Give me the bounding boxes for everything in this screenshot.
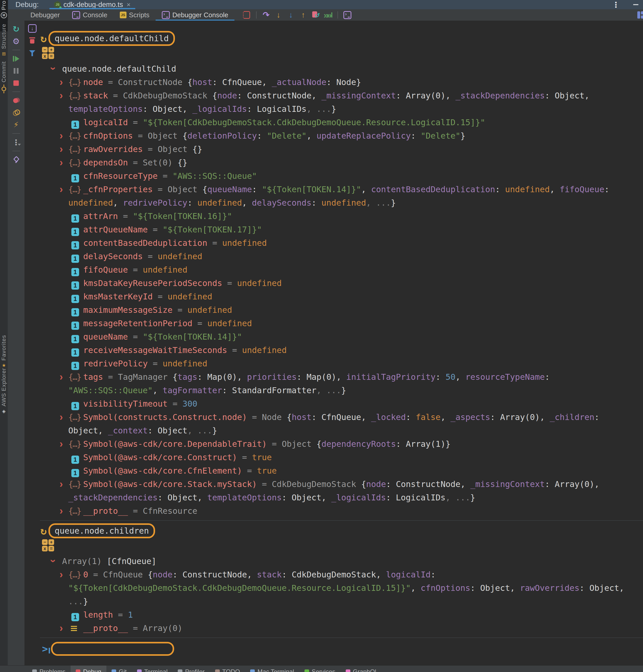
tree-row[interactable]: 1visibilityTimeout = 300: [40, 397, 643, 410]
filter-icon[interactable]: [27, 48, 37, 58]
tree-row[interactable]: ›{…}Symbol(@aws-cdk/core.Stack.myStack) …: [40, 478, 643, 504]
console-input[interactable]: [51, 642, 174, 656]
tree-row[interactable]: 1logicalId = "${Token[CdkDebugDemoStack.…: [40, 116, 643, 129]
expand-chevron-icon[interactable]: ›: [60, 622, 63, 634]
execution-frame-icon[interactable]: [241, 10, 252, 20]
layout-settings-icon[interactable]: [637, 11, 643, 19]
expand-chevron-icon[interactable]: ›: [60, 183, 63, 195]
tree-row[interactable]: 1fifoQueue = undefined: [40, 263, 643, 276]
pause-icon[interactable]: [11, 67, 22, 75]
evaluated-expression[interactable]: queue.node.defaultChild: [48, 31, 175, 46]
expand-chevron-icon[interactable]: ›: [60, 568, 63, 581]
tree-row[interactable]: 1messageRetentionPeriod = undefined: [40, 317, 643, 330]
statusbar-item-terminal[interactable]: Terminal: [132, 665, 173, 672]
step-into-icon[interactable]: ↓: [273, 10, 284, 20]
tab-console[interactable]: › Console: [66, 9, 113, 21]
tree-row[interactable]: 1length = 1: [40, 608, 643, 622]
tab-debugger[interactable]: Debugger: [24, 9, 66, 21]
tree-row[interactable]: 1queueName = "${Token[TOKEN.14]}": [40, 330, 643, 344]
tree-row[interactable]: ›{…}rawOverrides = Object {}: [40, 143, 643, 156]
tree-row[interactable]: ›{…}Symbol(@aws-cdk/core.DependableTrait…: [40, 437, 643, 451]
statusbar-item-git[interactable]: Git: [106, 665, 132, 672]
evaluate-icon[interactable]: ⚡: [11, 120, 22, 129]
expand-chevron-icon[interactable]: ›: [60, 89, 63, 102]
tree-row[interactable]: ›{…}Symbol(constructs.Construct.node) = …: [40, 410, 643, 437]
mute-breakpoints-icon[interactable]: [11, 108, 22, 117]
tree-row[interactable]: 1cfnResourceType = "AWS::SQS::Queue": [40, 169, 643, 183]
statusbar-item-profiler[interactable]: Profiler: [173, 665, 210, 672]
hide-window-icon[interactable]: [633, 4, 638, 5]
rerun-icon[interactable]: ↻: [11, 25, 22, 34]
tree-row[interactable]: 1kmsMasterKeyId = undefined: [40, 290, 643, 303]
force-step-into-icon[interactable]: ↓: [286, 10, 296, 20]
expand-chevron-icon[interactable]: ›: [60, 437, 63, 450]
statusbar-item-services[interactable]: Services: [299, 665, 341, 672]
drop-frame-icon[interactable]: ↺: [310, 10, 321, 20]
statusbar-item-todo[interactable]: TODO: [210, 665, 245, 672]
value-segment: :: [411, 131, 421, 141]
sidebar-item-structure[interactable]: Structure ⊞: [0, 24, 8, 57]
stop-icon[interactable]: [11, 79, 22, 87]
pin-icon[interactable]: [11, 155, 22, 164]
clear-icon[interactable]: [27, 36, 37, 45]
sidebar-item-commit[interactable]: Commit: [0, 61, 8, 93]
tree-root-row[interactable]: ›Array(1) [CfnQueue]: [40, 554, 643, 568]
tree-row[interactable]: ›{…}0 = CfnQueue {node: ConstructNode, s…: [40, 568, 643, 608]
settings-icon[interactable]: ⚙: [11, 37, 22, 46]
collapse-chevron-icon[interactable]: ›: [47, 559, 60, 563]
tree-row[interactable]: ›{…}tags = TagManager {tags: Map(0), pri…: [40, 370, 643, 397]
tree-row[interactable]: ›{…}_cfnProperties = Object {queueName: …: [40, 183, 643, 209]
tree-row[interactable]: 1attrQueueName = "${Token[TOKEN.17]}": [40, 223, 643, 236]
view-breakpoints-icon[interactable]: [11, 96, 22, 105]
tab-debugger-console[interactable]: › Debugger Console: [156, 9, 234, 21]
primitive-icon: 1: [68, 397, 83, 410]
tab-scripts[interactable]: JS Scripts: [113, 9, 156, 21]
expand-chevron-icon[interactable]: ›: [60, 478, 63, 490]
tree-row[interactable]: 1Symbol(@aws-cdk/core.Construct) = true: [40, 451, 643, 464]
statusbar-item-graphql[interactable]: GraphQl: [341, 665, 381, 672]
tree-row[interactable]: 1attrArn = "${Token[TOKEN.16]}": [40, 209, 643, 223]
sidebar-item-aws-explorer[interactable]: AWS Explorer ◈: [0, 368, 8, 414]
tree-row[interactable]: 1Symbol(@aws-cdk/core.CfnElement) = true: [40, 464, 643, 478]
kebab-menu-icon[interactable]: ⋮: [612, 0, 620, 9]
expand-chevron-icon[interactable]: ›: [60, 75, 63, 88]
tree-row[interactable]: 1redrivePolicy = undefined: [40, 357, 643, 370]
property-name: _cfnProperties: [83, 184, 153, 194]
statusbar-item-mac-terminal[interactable]: Mac Terminal: [245, 665, 299, 672]
tree-row[interactable]: ›{…}node = ConstructNode {host: CfnQueue…: [40, 75, 643, 89]
debug-session-tab[interactable]: JS cdk-debug-demo.ts ×: [49, 0, 135, 9]
expand-chevron-icon[interactable]: ›: [60, 410, 63, 423]
statusbar-item-problems[interactable]: Problems: [27, 665, 71, 672]
terminal-icon[interactable]: ›: [342, 10, 353, 20]
property-name: visibilityTimeout: [83, 399, 168, 409]
statusbar-item-debug[interactable]: Debug: [71, 665, 106, 672]
tree-row[interactable]: ›__proto__ = Array(0): [40, 622, 643, 635]
step-out-icon[interactable]: ↑: [298, 10, 308, 20]
more-icon[interactable]: ⋮: [11, 138, 22, 147]
value-segment: :: [406, 412, 416, 422]
scroll-to-end-icon[interactable]: ↓: [27, 24, 37, 33]
expand-chevron-icon[interactable]: ›: [60, 504, 63, 517]
tree-row[interactable]: ›{…}cfnOptions = Object {deletionPolicy:…: [40, 129, 643, 143]
tree-row[interactable]: ›{…}__proto__ = CfnResource: [40, 504, 643, 518]
expand-chevron-icon[interactable]: ›: [60, 143, 63, 155]
sidebar-item-favorites[interactable]: Favorites ★: [0, 335, 8, 368]
tree-row[interactable]: 1contentBasedDeduplication = undefined: [40, 236, 643, 250]
tree-row[interactable]: 1receiveMessageWaitTimeSeconds = undefin…: [40, 344, 643, 357]
evaluated-expression[interactable]: queue.node.children: [48, 523, 155, 538]
tree-row[interactable]: ›{…}stack = CdkDebugDemoStack {node: Con…: [40, 89, 643, 116]
tree-row[interactable]: ›{…}dependsOn = Set(0) {}: [40, 156, 643, 169]
resume-icon[interactable]: [11, 55, 22, 63]
expand-chevron-icon[interactable]: ›: [60, 129, 63, 142]
collapse-chevron-icon[interactable]: ›: [47, 67, 60, 70]
property-name: kmsMasterKeyId: [83, 292, 153, 301]
expand-chevron-icon[interactable]: ›: [60, 156, 63, 169]
tree-row[interactable]: 1kmsDataKeyReusePeriodSeconds = undefine…: [40, 276, 643, 290]
tree-row[interactable]: 1delaySeconds = undefined: [40, 250, 643, 263]
step-over-icon[interactable]: ↷: [261, 10, 271, 20]
close-tab-icon[interactable]: ×: [126, 1, 130, 9]
tree-row[interactable]: 1maximumMessageSize = undefined: [40, 303, 643, 317]
expand-chevron-icon[interactable]: ›: [60, 370, 63, 383]
tree-root-row[interactable]: ›queue.node.defaultChild: [40, 62, 643, 75]
run-to-cursor-icon[interactable]: »»: [323, 10, 333, 20]
